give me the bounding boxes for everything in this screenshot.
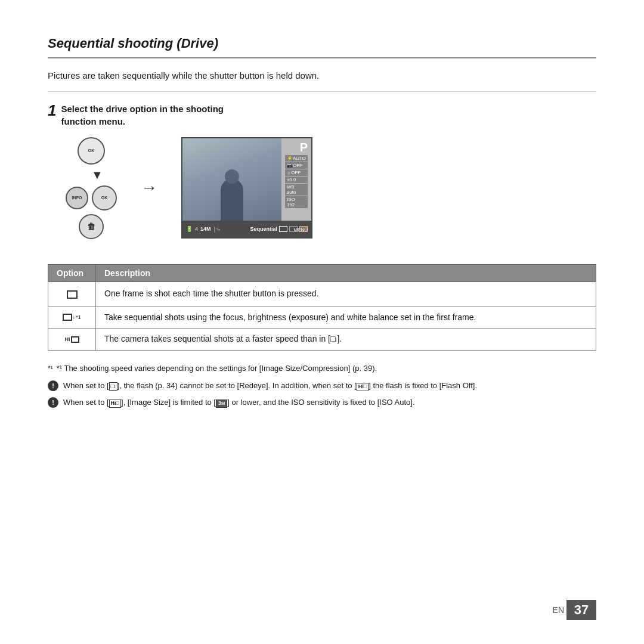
en-label: EN <box>553 605 564 615</box>
top-cam-btn: OK <box>78 137 105 165</box>
screen-mode-indicator: P <box>300 141 308 154</box>
table-row-1: One frame is shot each time the shutter … <box>48 281 596 306</box>
screen-icon-iso: ISO192 <box>285 196 308 208</box>
asterisk-marker: *¹ <box>48 363 53 374</box>
screen-icon-off1: 📷OFF <box>285 162 308 169</box>
table-row-2: ᵢ *1 Take sequential shots using the foc… <box>48 306 596 329</box>
option-icon-2: ᵢ *1 <box>48 306 96 329</box>
warning-icon-1: ! <box>48 380 58 391</box>
footnote-section: *¹ *¹ The shooting speed varies dependin… <box>48 363 596 408</box>
camera-screen: P ⚡AUTO 📷OFF ☼OFF ±0.0 WBauto ISO192 🔋 4… <box>181 137 312 239</box>
step-1-section: 1 Select the drive option in the shootin… <box>48 103 596 252</box>
asterisk-text: *¹ The shooting speed varies depending o… <box>57 363 377 374</box>
screen-icon-wb: WBauto <box>285 184 308 196</box>
step-header: 1 Select the drive option in the shootin… <box>48 103 596 128</box>
options-table: Option Description One frame is shot eac… <box>48 264 596 351</box>
ok-btn-mid: OK <box>92 185 117 210</box>
option-icon-3: Hi <box>48 329 96 351</box>
screen-icon-auto: ⚡AUTO <box>285 155 308 162</box>
screen-icon-off2: ☼OFF <box>285 169 308 176</box>
description-3: The camera takes sequential shots at a f… <box>96 329 596 351</box>
mid-btn-row: INFO OK <box>66 185 117 210</box>
camera-buttons-diagram: OK ▼ INFO OK <box>66 137 117 239</box>
screen-right-icons: ⚡AUTO 📷OFF ☼OFF ±0.0 WBauto ISO192 <box>285 155 308 208</box>
warning-text-1: When set to [□ᵢ], the flash (p. 34) cann… <box>63 380 477 392</box>
diagram-arrow: → <box>141 178 157 197</box>
top-btn-row: OK <box>78 137 105 165</box>
warning-2: ! When set to [Hi□], [Image Size] is lim… <box>48 397 596 408</box>
intro-text: Pictures are taken sequentially while th… <box>48 69 596 92</box>
table-row-3: Hi The camera takes sequential shots at … <box>48 329 596 351</box>
screen-bottom-bar: 🔋 4 14M │ᵍₙ Sequential MENU <box>182 221 311 237</box>
info-btn: INFO <box>66 187 88 209</box>
page-number: 37 <box>566 600 596 620</box>
step-instruction: Select the drive option in the shooting … <box>61 103 224 128</box>
option-icon-1 <box>48 281 96 306</box>
page-title: Sequential shooting (Drive) <box>48 36 596 58</box>
screen-icon-ev: ±0.0 <box>285 177 308 183</box>
footnote-asterisk: *¹ *¹ The shooting speed varies dependin… <box>48 363 596 374</box>
screen-sequential-label: Sequential <box>250 226 277 232</box>
page: Sequential shooting (Drive) Pictures are… <box>0 0 644 644</box>
warning-1: ! When set to [□ᵢ], the flash (p. 34) ca… <box>48 380 596 392</box>
warning-text-2: When set to [Hi□], [Image Size] is limit… <box>63 397 415 408</box>
diagram-area: OK ▼ INFO OK <box>66 137 596 239</box>
page-number-area: EN 37 <box>553 600 596 620</box>
warning-icon-2: ! <box>48 397 58 408</box>
description-2: Take sequential shots using the focus, b… <box>96 306 596 329</box>
step-number: 1 <box>48 103 56 118</box>
table-header-option: Option <box>48 264 96 281</box>
trash-btn: 🗑 <box>79 214 104 239</box>
table-header-description: Description <box>96 264 596 281</box>
description-1: One frame is shot each time the shutter … <box>96 281 596 306</box>
trash-btn-row: 🗑 <box>79 214 104 239</box>
screen-menu-label: MENU <box>293 227 308 233</box>
